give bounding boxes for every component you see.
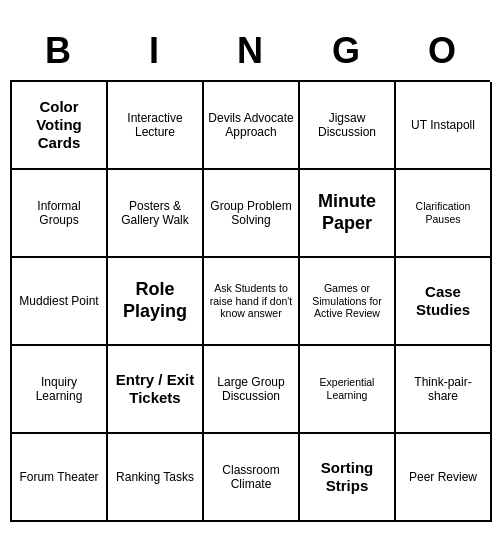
bingo-cell: Games or Simulations for Active Review	[300, 258, 396, 346]
bingo-cell: Experiential Learning	[300, 346, 396, 434]
cell-text: Jigsaw Discussion	[304, 111, 390, 140]
cell-text: Interactive Lecture	[112, 111, 198, 140]
cell-text: Clarification Pauses	[400, 200, 486, 225]
bingo-grid: Color Voting CardsInteractive LectureDev…	[10, 80, 490, 522]
bingo-cell: Posters & Gallery Walk	[108, 170, 204, 258]
cell-text: Think-pair-share	[400, 375, 486, 404]
bingo-cell: Role Playing	[108, 258, 204, 346]
cell-text: UT Instapoll	[411, 118, 475, 132]
bingo-cell: Color Voting Cards	[12, 82, 108, 170]
bingo-cell: Forum Theater	[12, 434, 108, 522]
cell-text: Minute Paper	[304, 191, 390, 234]
bingo-letter: G	[302, 30, 390, 72]
bingo-cell: Classroom Climate	[204, 434, 300, 522]
bingo-cell: Ranking Tasks	[108, 434, 204, 522]
bingo-cell: Muddiest Point	[12, 258, 108, 346]
bingo-cell: Minute Paper	[300, 170, 396, 258]
bingo-cell: Inquiry Learning	[12, 346, 108, 434]
cell-text: Ranking Tasks	[116, 470, 194, 484]
bingo-cell: Interactive Lecture	[108, 82, 204, 170]
bingo-letter: I	[110, 30, 198, 72]
bingo-header: BINGO	[10, 22, 490, 80]
bingo-card: BINGO Color Voting CardsInteractive Lect…	[10, 22, 490, 522]
bingo-cell: Sorting Strips	[300, 434, 396, 522]
bingo-cell: Informal Groups	[12, 170, 108, 258]
cell-text: Inquiry Learning	[16, 375, 102, 404]
cell-text: Peer Review	[409, 470, 477, 484]
bingo-cell: Ask Students to raise hand if don't know…	[204, 258, 300, 346]
bingo-letter: O	[398, 30, 486, 72]
cell-text: Ask Students to raise hand if don't know…	[208, 282, 294, 320]
bingo-cell: Think-pair-share	[396, 346, 492, 434]
cell-text: Experiential Learning	[304, 376, 390, 401]
cell-text: Classroom Climate	[208, 463, 294, 492]
cell-text: Role Playing	[112, 279, 198, 322]
bingo-cell: UT Instapoll	[396, 82, 492, 170]
cell-text: Devils Advocate Approach	[208, 111, 294, 140]
cell-text: Forum Theater	[19, 470, 98, 484]
bingo-cell: Jigsaw Discussion	[300, 82, 396, 170]
cell-text: Group Problem Solving	[208, 199, 294, 228]
bingo-cell: Peer Review	[396, 434, 492, 522]
bingo-cell: Large Group Discussion	[204, 346, 300, 434]
bingo-letter: N	[206, 30, 294, 72]
cell-text: Entry / Exit Tickets	[112, 371, 198, 407]
cell-text: Sorting Strips	[304, 459, 390, 495]
bingo-cell: Group Problem Solving	[204, 170, 300, 258]
cell-text: Muddiest Point	[19, 294, 98, 308]
cell-text: Games or Simulations for Active Review	[304, 282, 390, 320]
cell-text: Case Studies	[400, 283, 486, 319]
cell-text: Informal Groups	[16, 199, 102, 228]
cell-text: Posters & Gallery Walk	[112, 199, 198, 228]
bingo-cell: Entry / Exit Tickets	[108, 346, 204, 434]
cell-text: Large Group Discussion	[208, 375, 294, 404]
bingo-letter: B	[14, 30, 102, 72]
bingo-cell: Devils Advocate Approach	[204, 82, 300, 170]
bingo-cell: Case Studies	[396, 258, 492, 346]
bingo-cell: Clarification Pauses	[396, 170, 492, 258]
cell-text: Color Voting Cards	[16, 98, 102, 152]
